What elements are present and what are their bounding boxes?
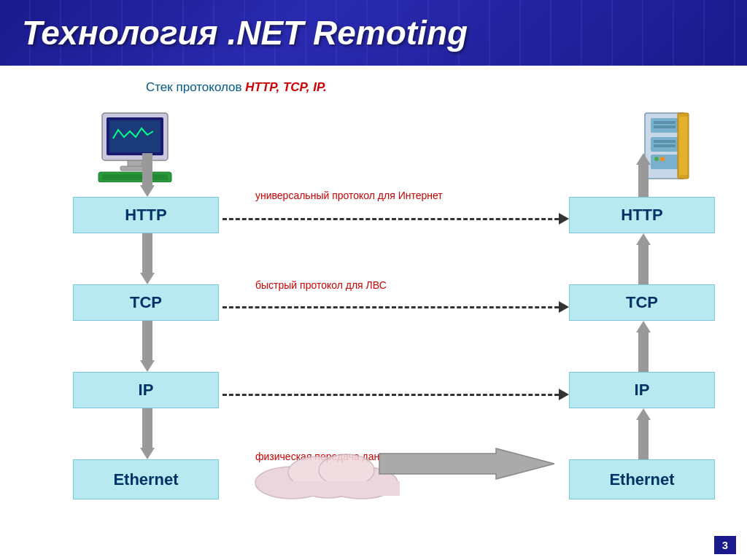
- slide-content: Стек протоколов HTTP, TCP, IP.: [0, 66, 747, 560]
- arrow-up-tcp-http-right: [636, 233, 651, 284]
- svg-rect-24: [283, 481, 400, 496]
- dashed-arrow-http: [222, 213, 569, 225]
- diagram-area: HTTP TCP IP Ethernet HTTP TCP IP Etherne…: [29, 109, 718, 518]
- right-tcp-box: TCP: [569, 284, 715, 321]
- arrow-down-to-http-left: [140, 153, 155, 197]
- right-http-box: HTTP: [569, 197, 715, 233]
- svg-marker-25: [379, 448, 554, 479]
- subtitle-line: Стек протоколов HTTP, TCP, IP.: [29, 80, 718, 95]
- arrow-down-tcp-ip-left: [140, 321, 155, 372]
- svg-rect-11: [654, 121, 676, 124]
- left-http-box: HTTP: [73, 197, 219, 233]
- physical-transmission-cloud: [233, 445, 554, 499]
- svg-rect-14: [654, 144, 676, 147]
- right-ip-box: IP: [569, 372, 715, 408]
- arrow-up-ip-tcp-right: [636, 321, 651, 372]
- left-ip-box: IP: [73, 372, 219, 408]
- svg-rect-6: [102, 174, 168, 180]
- dashed-arrow-ip: [222, 389, 569, 400]
- arrow-up-http-computer-right: [636, 153, 651, 197]
- subtitle-highlight: HTTP, TCP, IP.: [245, 80, 327, 94]
- slide-header: Технология .NET Remoting: [0, 0, 747, 66]
- label-http: универсальный протокол для Интернет: [255, 190, 443, 201]
- arrow-down-ip-eth-left: [140, 408, 155, 459]
- svg-rect-10: [651, 155, 678, 169]
- svg-rect-13: [654, 140, 676, 143]
- page-number: 3: [714, 536, 736, 554]
- svg-rect-16: [679, 117, 687, 175]
- subtitle-prefix: Стек протоколов: [146, 80, 245, 94]
- arrow-up-eth-ip-right: [636, 408, 651, 459]
- svg-point-17: [654, 157, 659, 161]
- arrow-down-http-tcp-left: [140, 233, 155, 284]
- left-tcp-box: TCP: [73, 284, 219, 321]
- svg-rect-12: [654, 125, 676, 128]
- dashed-arrow-tcp: [222, 301, 569, 313]
- computer-icon: [95, 109, 175, 185]
- right-ethernet-box: Ethernet: [569, 459, 715, 499]
- label-tcp: быстрый протокол для ЛВС: [255, 279, 387, 291]
- svg-point-18: [660, 157, 665, 161]
- left-ethernet-box: Ethernet: [73, 459, 219, 499]
- slide-title: Технология .NET Remoting: [22, 13, 468, 52]
